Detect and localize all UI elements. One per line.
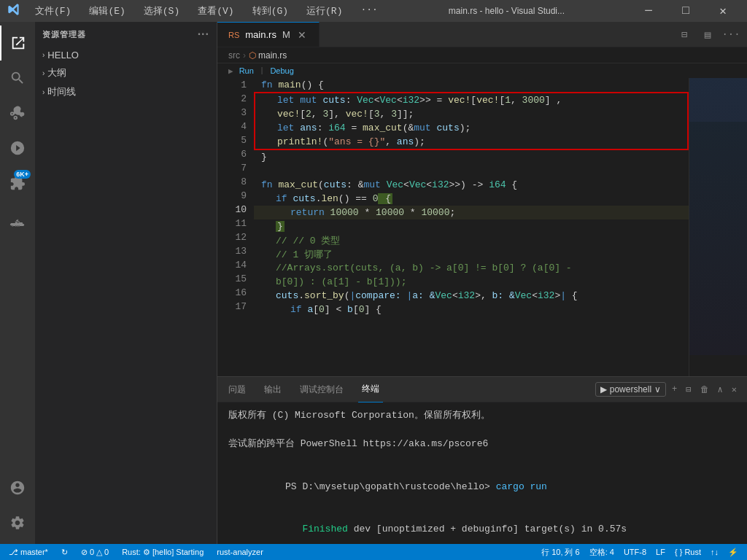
code-line-11: } [254,219,689,233]
activity-bar [0,22,35,544]
line-num-14: 14 [217,258,254,272]
code-line-13: // 1 切哪了 [254,247,689,261]
menu-select[interactable]: 选择(S) [140,4,183,18]
breadcrumb-src[interactable]: src [228,50,240,61]
maximize-panel-button[interactable]: ∧ [715,383,726,397]
breadcrumb-file[interactable]: ⬡ main.rs [249,50,287,61]
line-num-13: 13 [217,244,254,258]
menu-view[interactable]: 查看(V) [194,4,237,18]
code-area-with-minimap: 1 2 3 4 5 6 7 8 9 10 11 12 13 14 15 16 1 [217,78,747,376]
terminal-content[interactable]: 版权所有 (C) Microsoft Corporation。保留所有权利。 尝… [217,402,747,544]
menu-file[interactable]: 文件(F) [31,4,74,18]
activity-account[interactable] [0,470,35,505]
type-i32: i32 [403,95,419,106]
close-button[interactable]: ✕ [706,0,740,22]
minimize-button[interactable]: ─ [632,0,665,22]
menu-edit[interactable]: 编辑(E) [85,4,128,18]
code-editor[interactable]: 1 2 3 4 5 6 7 8 9 10 11 12 13 14 15 16 1 [217,78,689,376]
line-num-17: 17 [217,300,254,314]
activity-source-control[interactable] [0,96,35,131]
line-num-3: 3 [217,106,254,120]
kill-terminal-button[interactable]: 🗑 [697,383,712,397]
terminal-dropdown-label: powershell [610,384,651,394]
line-num-5: 5 [217,133,254,147]
line-num-9: 9 [217,189,254,203]
terminal-line-2 [228,423,736,438]
terminal-line-5: PS D:\mysetup\gopath\rustcode\hello> car… [228,465,736,508]
line-num-2: 2 [217,92,254,106]
activity-run-debug[interactable] [0,131,35,166]
tab-main-rs[interactable]: RS main.rs M ✕ [217,22,320,47]
num-2: 2 [306,109,311,120]
activity-search[interactable] [0,61,35,96]
status-indent[interactable]: 空格: 4 [587,547,617,558]
activity-explorer[interactable] [0,26,35,61]
status-errors[interactable]: ⊘ 0 △ 0 [78,548,112,557]
sidebar-outline-label: 大纲 [47,66,66,79]
remote-icon: ⚡ [728,548,738,557]
breadcrumb-separator: › [243,50,246,61]
macro-vec2: vec! [476,95,499,106]
panel-tab-terminal[interactable]: 终端 [358,377,383,402]
tab-close-button[interactable]: ✕ [296,29,308,41]
rust-label: Rust: ⚙ [hello] Starting [122,548,204,557]
status-rust-analyzer[interactable]: rust-analyzer [214,548,266,556]
activity-extensions[interactable] [0,166,35,201]
breadcrumb-filename: main.rs [258,50,287,61]
sidebar-item-hello[interactable]: › HELLO [35,47,217,63]
status-branch[interactable]: ⎇ master* [6,548,51,557]
num-10000a: 10000 [330,207,359,218]
type-i32-2: i32 [432,179,449,190]
block-open: { [378,193,392,204]
line-num-8: 8 [217,175,254,189]
sidebar-title: 资源管理器 [42,29,86,40]
panel-tab-problems[interactable]: 问题 [225,377,249,402]
menu-run[interactable]: 运行(R) [303,4,346,18]
activity-settings[interactable] [0,505,35,540]
code-content[interactable]: fn main() { let mut cuts: Vec<Vec<i32>> … [254,78,689,376]
new-terminal-button[interactable]: + [669,383,680,396]
run-debug-bar: ▶ Run | Debug [217,63,747,78]
sidebar-more-button[interactable]: ··· [198,28,209,41]
var-cuts4: cuts [276,290,298,301]
line-ending-label: LF [656,548,665,556]
status-bar: ⎇ master* ↻ ⊘ 0 △ 0 Rust: ⚙ [hello] Star… [0,544,747,560]
activity-docker[interactable] [0,208,35,243]
menu-more[interactable]: ··· [357,4,381,18]
str-ans: "ans = {}" [328,136,385,147]
panel-tab-debug-console[interactable]: 调试控制台 [296,377,347,402]
dev-text: dev [unoptimized + debuginfo] target(s) … [348,524,627,534]
close-panel-button[interactable]: ✕ [729,383,740,397]
status-language[interactable]: { } Rust [672,547,704,558]
split-terminal-button[interactable]: ⊟ [683,383,694,397]
rust-analyzer-label: rust-analyzer [217,548,263,556]
run-link[interactable]: Run [239,66,254,75]
line-num-10: 10 [217,203,254,217]
status-remote[interactable]: ⚡ [725,547,741,558]
maximize-button[interactable]: □ [669,0,703,22]
code-line-8: fn max_cut(cuts: &mut Vec<Vec<i32>>) -> … [254,178,689,192]
status-sync[interactable]: ↻ [58,548,71,557]
sidebar-item-timeline[interactable]: › 时间线 [35,82,217,101]
minimap-bg [689,78,747,355]
debug-link[interactable]: Debug [270,66,293,75]
status-feedback[interactable]: ↑↓ [708,547,721,558]
status-line-ending[interactable]: LF [653,547,668,558]
kw-mut3: mut [363,179,386,190]
kw-compare: | [349,290,355,301]
kw-if2: if [290,304,307,315]
comment-1: // // 0 类型 [276,234,340,247]
terminal-dropdown[interactable]: ▶ powershell ∨ [595,382,666,397]
sidebar-item-outline[interactable]: › 大纲 [35,63,217,82]
more-actions-button[interactable]: ··· [721,24,741,44]
menu-goto[interactable]: 转到(G) [249,4,292,18]
status-encoding[interactable]: UTF-8 [621,547,649,558]
file-type-icon: RS [228,31,239,39]
toggle-layout-button[interactable]: ▤ [697,24,718,44]
kw-mut2: mut [414,122,436,133]
status-cursor[interactable]: 行 10, 列 6 [538,547,583,558]
split-editor-button[interactable]: ⊟ [674,24,694,44]
line-numbers: 1 2 3 4 5 6 7 8 9 10 11 12 13 14 15 16 1 [217,78,254,376]
status-rust[interactable]: Rust: ⚙ [hello] Starting [119,548,206,557]
panel-tab-output[interactable]: 输出 [260,377,285,402]
